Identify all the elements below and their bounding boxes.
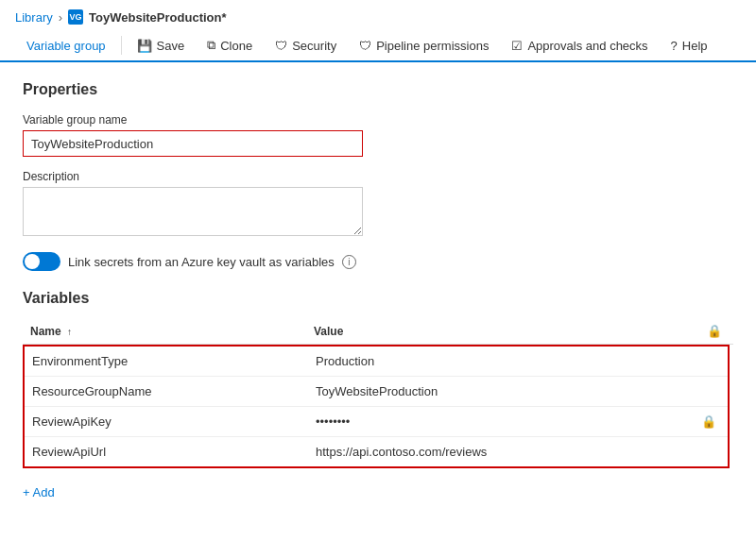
variable-group-name-group: Variable group name: [23, 113, 733, 157]
add-button-label: + Add: [23, 485, 55, 499]
tab-help[interactable]: ? Help: [660, 31, 719, 62]
tab-variable-group[interactable]: Variable group: [15, 31, 117, 62]
description-group: Description: [23, 170, 733, 239]
row-name: EnvironmentType: [32, 354, 316, 368]
variables-section: Variables Name ↑ Value 🔒 EnvironmentType…: [23, 290, 733, 503]
info-icon[interactable]: i: [342, 255, 356, 269]
breadcrumb: Library › VG ToyWebsiteProduction*: [0, 0, 756, 30]
add-button[interactable]: + Add: [23, 482, 55, 503]
lock-column-header: 🔒: [703, 324, 726, 338]
tab-approvals-checks-label: Approvals and checks: [527, 39, 647, 53]
row-name: ReviewApiUrl: [32, 445, 316, 459]
tab-security-label: Security: [292, 39, 336, 53]
row-value: ToyWebsiteProduction: [316, 384, 697, 398]
row-lock-active[interactable]: 🔒: [697, 414, 720, 429]
variable-group-name-label: Variable group name: [23, 113, 733, 127]
approvals-icon: ☑: [511, 39, 523, 53]
toggle-row: Link secrets from an Azure key vault as …: [23, 252, 733, 271]
breadcrumb-library-link[interactable]: Library: [15, 10, 53, 25]
variables-table: EnvironmentType Production ResourceGroup…: [23, 345, 730, 468]
security-icon: 🛡: [275, 39, 287, 53]
row-name: ResourceGroupName: [32, 384, 316, 398]
toggle-thumb: [25, 254, 40, 269]
tab-help-label: Help: [682, 39, 708, 53]
row-value: ••••••••: [316, 414, 697, 429]
tab-security[interactable]: 🛡 Security: [264, 31, 348, 62]
lock-header-icon: 🔒: [707, 324, 722, 338]
breadcrumb-separator: ›: [59, 10, 62, 25]
name-column-header: Name ↑: [30, 325, 314, 338]
main-content: Properties Variable group name Descripti…: [0, 62, 756, 522]
variable-group-name-input[interactable]: [23, 130, 363, 157]
tab-save-label: Save: [157, 39, 185, 53]
variables-title: Variables: [23, 290, 733, 307]
tab-approvals-checks[interactable]: ☑ Approvals and checks: [500, 31, 659, 62]
breadcrumb-current-page: ToyWebsiteProduction*: [89, 10, 226, 25]
save-icon: 💾: [137, 39, 152, 53]
row-value: https://api.contoso.com/reviews: [316, 445, 697, 459]
breadcrumb-icon: VG: [68, 9, 83, 25]
row-value: Production: [316, 354, 697, 368]
description-input[interactable]: [23, 187, 363, 236]
table-row: EnvironmentType Production: [25, 347, 728, 377]
toggle-track: [23, 252, 60, 271]
properties-title: Properties: [23, 81, 733, 98]
description-label: Description: [23, 170, 733, 183]
tab-variable-group-label: Variable group: [26, 39, 106, 53]
value-column-header: Value: [314, 325, 703, 338]
toolbar: Variable group 💾 Save ⧉ Clone 🛡 Security…: [0, 30, 756, 62]
tab-clone-label: Clone: [220, 39, 252, 53]
key-vault-toggle[interactable]: [23, 252, 60, 271]
lock-icon: 🔒: [701, 414, 716, 429]
tab-pipeline-permissions-label: Pipeline permissions: [376, 39, 489, 53]
row-name: ReviewApiKey: [32, 414, 316, 429]
clone-icon: ⧉: [207, 38, 215, 53]
pipeline-permissions-icon: 🛡: [359, 39, 371, 53]
table-row: ResourceGroupName ToyWebsiteProduction: [25, 377, 728, 407]
sort-icon: ↑: [67, 327, 72, 337]
table-row: ReviewApiKey •••••••• 🔒: [25, 407, 728, 437]
tab-save[interactable]: 💾 Save: [126, 31, 197, 62]
table-row: ReviewApiUrl https://api.contoso.com/rev…: [25, 437, 728, 466]
tab-pipeline-permissions[interactable]: 🛡 Pipeline permissions: [348, 31, 500, 62]
toolbar-divider-1: [121, 36, 122, 55]
tab-clone[interactable]: ⧉ Clone: [196, 30, 264, 62]
variables-table-header: Name ↑ Value 🔒: [23, 318, 733, 345]
toggle-label: Link secrets from an Azure key vault as …: [68, 255, 335, 269]
help-icon: ?: [671, 39, 678, 53]
properties-section: Properties Variable group name Descripti…: [23, 81, 733, 271]
